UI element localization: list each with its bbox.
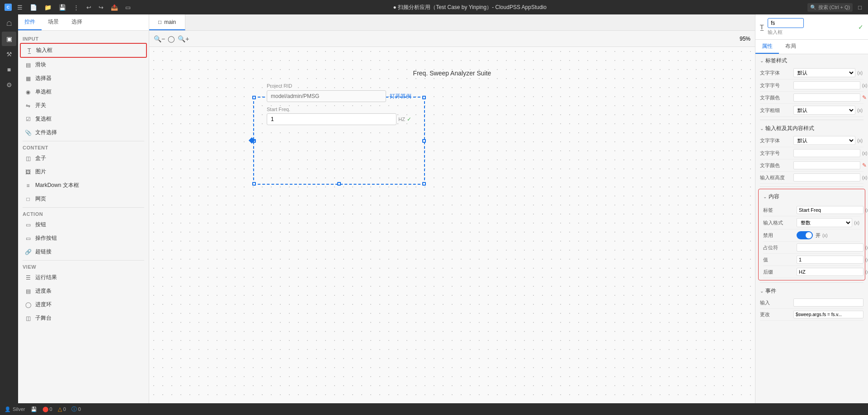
search-bar[interactable]: 🔍 搜索 (Ctrl + Q) xyxy=(807,3,853,12)
ctrl-item-progress-bar[interactable]: ▤ 进度条 xyxy=(20,284,147,298)
section-action-header: ACTION xyxy=(18,210,149,218)
input-size-value: (x) xyxy=(793,149,868,157)
ctrl-item-progress-ring[interactable]: ◯ 进度环 xyxy=(20,298,147,311)
ctrl-item-webpage[interactable]: □ 网页 xyxy=(20,192,147,205)
tab-select[interactable]: 选择 xyxy=(65,14,89,30)
sel-handle-mr[interactable] xyxy=(422,139,426,143)
sidebar-shapes-btn[interactable]: ■ xyxy=(2,62,16,77)
tab-scenes[interactable]: 场景 xyxy=(42,14,65,30)
ctrl-item-checkbox[interactable]: ☑ 复选框 xyxy=(20,112,147,126)
ctrl-item-box[interactable]: ◫ 盒子 xyxy=(20,152,147,165)
ctrl-item-image[interactable]: 🖼 图片 xyxy=(20,165,147,178)
ctrl-item-run-result[interactable]: ☰ 运行结果 xyxy=(20,271,147,284)
input-font-select[interactable]: 默认 xyxy=(793,136,855,145)
input-color-picker-btn[interactable]: ✎ xyxy=(861,162,868,168)
canvas-tab-main[interactable]: □ main xyxy=(149,14,185,30)
ctrl-item-hyperlink[interactable]: 🔗 超链接 xyxy=(20,245,147,258)
content-tag-input[interactable] xyxy=(797,206,863,214)
content-suffix-input[interactable] xyxy=(797,268,863,276)
ctrl-item-markdown[interactable]: ≡ MarkDown 文本框 xyxy=(20,179,147,192)
content-value-input[interactable] xyxy=(797,256,863,264)
tab-controls[interactable]: 控件 xyxy=(18,14,42,30)
props-tab-layout[interactable]: 布局 xyxy=(779,40,802,54)
ctrl-item-slider[interactable]: ▤ 滑块 xyxy=(20,58,147,71)
ctrl-item-input-box[interactable]: T̲ 输入框 xyxy=(20,43,147,58)
ctrl-item-file-select[interactable]: 📎 文件选择 xyxy=(20,126,147,139)
input-font-row: 文字字体 默认 (x) xyxy=(760,134,863,147)
content-disabled-row: 禁用 开 (x) xyxy=(763,229,860,242)
props-tab-attrs[interactable]: 属性 xyxy=(755,40,779,54)
label-color-input[interactable] xyxy=(793,93,860,102)
label-size-x[interactable]: (x) xyxy=(861,83,868,88)
canvas-content[interactable]: Freq. Sweep Analyzer Suite Project RID xyxy=(149,47,755,403)
content-placeholder-x[interactable]: (x) xyxy=(864,245,868,250)
event-change-input[interactable] xyxy=(793,311,863,318)
sidebar-home-btn[interactable]: ☖ xyxy=(2,16,16,31)
canvas-tabs: □ main xyxy=(149,14,755,31)
ctrl-item-op-button[interactable]: ▭ 操作按钮 xyxy=(20,232,147,245)
sel-handle-tr[interactable] xyxy=(422,96,426,99)
props-name-input[interactable] xyxy=(768,18,804,28)
open-btn[interactable]: 📁 xyxy=(42,3,53,12)
content-format-x[interactable]: (x) xyxy=(853,220,860,225)
share-btn[interactable]: ▭ xyxy=(123,3,132,12)
open-example-link[interactable]: 打开算例 xyxy=(390,93,411,100)
ctrl-item-radio[interactable]: ◉ 单选框 xyxy=(20,85,147,98)
sel-handle-br[interactable] xyxy=(422,182,426,186)
project-rid-input[interactable] xyxy=(267,90,386,102)
sidebar-tools-btn[interactable]: ⚒ xyxy=(2,47,16,61)
content-title: ⌄ 内容 xyxy=(760,191,863,202)
label-font-select[interactable]: 默认 xyxy=(793,68,855,77)
new-btn[interactable]: 📄 xyxy=(28,3,39,12)
label-color-picker-btn[interactable]: ✎ xyxy=(861,94,868,101)
input-font-x[interactable]: (x) xyxy=(856,138,863,143)
content-disabled-toggle[interactable] xyxy=(797,231,813,239)
canvas-toolbar-left: 🔍− ◯ 🔍+ xyxy=(154,35,189,42)
event-input-value xyxy=(793,298,863,307)
undo-btn[interactable]: ↩ xyxy=(85,3,93,12)
content-tag-x[interactable]: (x) xyxy=(864,208,868,213)
content-suffix-x[interactable]: (x) xyxy=(864,270,868,275)
sel-handle-tl[interactable] xyxy=(252,96,256,99)
content-value-x[interactable]: (x) xyxy=(864,257,868,262)
divider-2 xyxy=(23,207,144,208)
label-size-input[interactable] xyxy=(793,81,860,89)
content-value-value: (x) xyxy=(797,256,868,264)
input-size-input[interactable] xyxy=(793,149,860,157)
input-color-input[interactable] xyxy=(793,161,860,169)
export-btn[interactable]: 📤 xyxy=(109,3,120,12)
redo-btn[interactable]: ↪ xyxy=(97,3,105,12)
status-bar: 👤 Silver 💾 ⬤ 0 △ 0 ⓘ 0 xyxy=(0,403,868,415)
sidebar-settings-btn[interactable]: ⚙ xyxy=(2,78,16,92)
sel-handle-bl[interactable] xyxy=(252,182,256,186)
label-weight-select[interactable]: 默认 xyxy=(793,106,855,115)
ctrl-item-switch[interactable]: ⇋ 开关 xyxy=(20,99,147,112)
sel-handle-ml[interactable] xyxy=(252,139,256,143)
sidebar-controls-btn[interactable]: ▣ xyxy=(2,32,16,46)
zoom-out-btn[interactable]: 🔍− xyxy=(154,35,165,42)
maximize-btn[interactable]: □ xyxy=(856,3,863,12)
input-height-input[interactable] xyxy=(793,173,860,182)
content-disabled-x[interactable]: (x) xyxy=(821,233,829,238)
event-input-row: 输入 xyxy=(760,297,863,309)
ctrl-item-button[interactable]: ▭ 按钮 xyxy=(20,218,147,231)
input-height-x[interactable]: (x) xyxy=(861,175,868,180)
start-freq-input[interactable] xyxy=(267,113,396,125)
more-btn[interactable]: ⋮ xyxy=(71,3,81,12)
content-placeholder-input[interactable] xyxy=(797,243,863,252)
save-btn[interactable]: 💾 xyxy=(57,3,68,12)
zoom-in-btn[interactable]: 🔍+ xyxy=(178,35,189,42)
content-tag-row: 标签 (x) xyxy=(763,204,860,216)
sel-handle-bc[interactable] xyxy=(337,182,341,186)
event-input-input[interactable] xyxy=(793,298,863,307)
ctrl-item-sub-stage[interactable]: ◫ 子舞台 xyxy=(20,312,147,325)
props-confirm-btn[interactable]: ✓ xyxy=(858,23,863,31)
box-icon: ◫ xyxy=(24,155,32,162)
file-menu-btn[interactable]: ☰ xyxy=(15,3,24,12)
input-size-x[interactable]: (x) xyxy=(861,151,868,156)
ctrl-item-selector[interactable]: ▦ 选择器 xyxy=(20,72,147,85)
content-format-select[interactable]: 整数 xyxy=(797,218,852,227)
label-weight-x[interactable]: (x) xyxy=(856,108,863,113)
label-font-x[interactable]: (x) xyxy=(856,70,863,75)
zoom-fit-btn[interactable]: ◯ xyxy=(168,35,175,42)
